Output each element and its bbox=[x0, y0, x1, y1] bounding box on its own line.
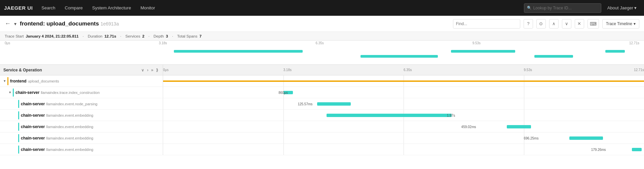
operation-name: llamaindex.trace.index_construction bbox=[41, 91, 100, 95]
span-bar-area[interactable]: 1.97s bbox=[163, 110, 644, 121]
span-color-bar bbox=[18, 134, 19, 142]
service-name: frontend bbox=[10, 79, 27, 83]
expand-all-children-button[interactable]: » bbox=[150, 67, 154, 73]
trace-id-search-box[interactable]: 🔍 bbox=[524, 3, 601, 13]
table-row: chain-serverllamaindex.event.node_parsin… bbox=[0, 98, 644, 110]
timeline-header: Service & Operation ∨ › » ⟫ 0μs 3.18s 6.… bbox=[0, 65, 644, 75]
spans-container: ▾frontendupload_documents▾chain-serverll… bbox=[0, 75, 644, 155]
span-bar bbox=[632, 148, 642, 151]
operation-name: llamaindex.event.embedding bbox=[46, 113, 93, 117]
table-row: chain-serverllamaindex.event.embedding1.… bbox=[0, 110, 644, 121]
span-color-bar bbox=[13, 89, 14, 97]
tick-4: 12.71s bbox=[634, 68, 644, 72]
nav-compare[interactable]: Compare bbox=[62, 4, 86, 12]
table-row: ▾chain-serverllamaindex.trace.index_cons… bbox=[0, 87, 644, 98]
trace-header: ← ▾ frontend: upload_documents 1e6913a ?… bbox=[0, 16, 644, 32]
span-label: ▾chain-serverllamaindex.trace.index_cons… bbox=[0, 87, 163, 98]
tick-0: 0μs bbox=[163, 68, 168, 72]
operation-name: upload_documents bbox=[28, 79, 59, 83]
nav-system-arch[interactable]: System Architecture bbox=[89, 4, 135, 12]
span-bar-area[interactable]: 125.57ms bbox=[163, 98, 644, 109]
expand-btn[interactable]: ▾ bbox=[2, 79, 7, 83]
span-bar-area[interactable]: 179.26ms bbox=[163, 144, 644, 155]
timeline-main: Service & Operation ∨ › » ⟫ 0μs 3.18s 6.… bbox=[0, 65, 644, 155]
span-bar bbox=[569, 136, 603, 140]
span-label: chain-serverllamaindex.event.embedding bbox=[0, 110, 163, 121]
tick-1: 3.18s bbox=[283, 68, 292, 72]
collapse-all-button[interactable]: ∨ bbox=[140, 67, 145, 73]
navbar: JAEGER UI Search Compare System Architec… bbox=[0, 0, 644, 16]
span-duration-label: 125.57ms bbox=[298, 102, 312, 106]
span-bar bbox=[317, 102, 351, 106]
search-icon: 🔍 bbox=[527, 6, 532, 10]
span-label: chain-serverllamaindex.event.node_parsin… bbox=[0, 98, 163, 109]
span-duration-label: 1.97s bbox=[447, 113, 455, 117]
service-name: chain-server bbox=[21, 136, 45, 140]
service-op-col-header: Service & Operation ∨ › » ⟫ bbox=[0, 65, 163, 75]
span-color-bar bbox=[7, 77, 8, 85]
expand-all-button[interactable]: ⟫ bbox=[155, 67, 159, 73]
trace-metadata: Trace Start January 4 2024, 21:22:05.811… bbox=[0, 32, 644, 41]
span-color-bar bbox=[18, 146, 19, 154]
span-label: chain-serverllamaindex.event.embedding bbox=[0, 132, 163, 144]
minimap-ruler: 0μs 3.18s 6.35s 9.53s 12.71s bbox=[0, 41, 644, 46]
service-name: chain-server bbox=[21, 124, 45, 129]
span-bar bbox=[163, 80, 644, 82]
table-row: chain-serverllamaindex.event.embedding45… bbox=[0, 121, 644, 132]
operation-name: llamaindex.event.node_parsing bbox=[46, 102, 97, 106]
operation-name: llamaindex.event.embedding bbox=[46, 125, 93, 129]
about-jaeger-btn[interactable]: About Jaeger ▾ bbox=[604, 4, 640, 12]
span-duration-label: 696.25ms bbox=[524, 136, 539, 140]
span-duration-label: 179.26ms bbox=[591, 148, 606, 151]
service-name: chain-server bbox=[21, 113, 45, 118]
span-bar-area[interactable]: 860μs bbox=[163, 87, 644, 98]
span-label: ▾frontendupload_documents bbox=[0, 75, 163, 87]
span-color-bar bbox=[18, 111, 19, 119]
span-bar bbox=[327, 114, 452, 117]
span-duration-label: 459.02ms bbox=[461, 125, 476, 128]
nav-monitor[interactable]: Monitor bbox=[137, 4, 158, 12]
span-controls: ∨ › » ⟫ bbox=[140, 67, 159, 73]
span-bar-area[interactable]: 459.02ms bbox=[163, 121, 644, 132]
close-button[interactable]: ✕ bbox=[575, 19, 584, 29]
time-scale-header: 0μs 3.18s 6.35s 9.53s 12.71s bbox=[163, 65, 644, 75]
next-button[interactable]: ∨ bbox=[562, 19, 571, 29]
settings-button[interactable]: ⊙ bbox=[536, 19, 546, 29]
operation-name: llamaindex.event.embedding bbox=[46, 148, 93, 152]
table-row: ▾frontendupload_documents bbox=[0, 75, 644, 87]
table-row: chain-serverllamaindex.event.embedding69… bbox=[0, 132, 644, 144]
chevron-down-icon: ▾ bbox=[634, 5, 637, 10]
help-button[interactable]: ? bbox=[524, 19, 533, 29]
minimap-canvas[interactable] bbox=[0, 46, 644, 63]
span-color-bar bbox=[18, 100, 19, 108]
table-row: chain-serverllamaindex.event.embedding17… bbox=[0, 144, 644, 155]
minimap[interactable]: 0μs 3.18s 6.35s 9.53s 12.71s bbox=[0, 41, 644, 65]
brand-logo: JAEGER UI bbox=[4, 5, 33, 11]
tick-2: 6.35s bbox=[404, 68, 412, 72]
expand-one-button[interactable]: › bbox=[146, 67, 149, 73]
chevron-down-icon: ▾ bbox=[634, 21, 636, 26]
back-button[interactable]: ← bbox=[5, 20, 11, 27]
span-bar bbox=[507, 125, 531, 128]
span-label: chain-serverllamaindex.event.embedding bbox=[0, 144, 163, 155]
find-input[interactable] bbox=[453, 19, 520, 29]
span-duration-label: 860μs bbox=[278, 91, 288, 94]
expand-btn[interactable]: ▾ bbox=[7, 90, 13, 95]
tick-3: 9.53s bbox=[524, 68, 532, 72]
trace-timeline-button[interactable]: Trace Timeline ▾ bbox=[602, 19, 639, 29]
span-label: chain-serverllamaindex.event.embedding bbox=[0, 121, 163, 132]
trace-id-input[interactable] bbox=[533, 6, 594, 10]
span-color-bar bbox=[18, 123, 19, 131]
service-name: chain-server bbox=[21, 147, 45, 152]
nav-search[interactable]: Search bbox=[38, 4, 59, 12]
keyboard-shortcut-button[interactable]: ⌨ bbox=[588, 19, 599, 29]
trace-id-badge: 1e6913a bbox=[101, 21, 119, 26]
prev-button[interactable]: ∧ bbox=[549, 19, 559, 29]
service-name: chain-server bbox=[21, 102, 45, 106]
span-bar-area[interactable] bbox=[163, 75, 644, 87]
span-bar-area[interactable]: 696.25ms bbox=[163, 132, 644, 144]
trace-title: frontend: upload_documents 1e6913a bbox=[20, 20, 119, 27]
operation-name: llamaindex.event.embedding bbox=[46, 136, 93, 140]
service-name: chain-server bbox=[15, 90, 39, 95]
collapse-button[interactable]: ▾ bbox=[14, 21, 16, 26]
